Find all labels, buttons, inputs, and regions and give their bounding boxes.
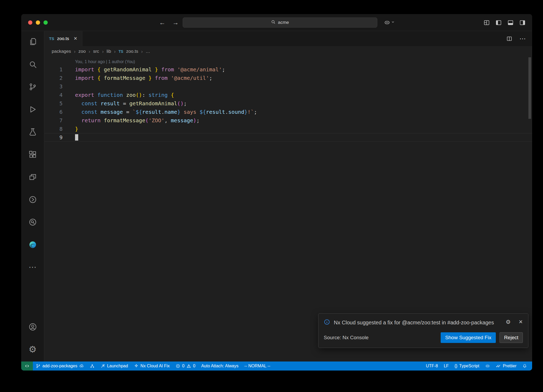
breadcrumb-item[interactable]: src: [93, 49, 99, 54]
show-suggested-fix-button[interactable]: Show Suggested Fix: [441, 332, 496, 343]
line-number[interactable]: 9: [44, 133, 63, 142]
code-text[interactable]: }: [63, 125, 78, 133]
remote-indicator[interactable]: [21, 361, 33, 371]
line-number[interactable]: 6: [44, 108, 63, 116]
line-number[interactable]: 1: [44, 65, 63, 74]
auto-attach-item[interactable]: Auto Attach: Always: [198, 361, 242, 371]
code-text[interactable]: [63, 133, 78, 142]
toggle-sidebar-right-icon[interactable]: [519, 19, 526, 26]
breadcrumb-item[interactable]: lib: [107, 49, 111, 54]
bell-icon: [522, 364, 527, 368]
close-window-button[interactable]: [28, 20, 32, 25]
error-count: 0: [182, 364, 185, 368]
notification-source: Source: Nx Console: [324, 335, 441, 341]
encoding-item[interactable]: UTF-8: [423, 361, 441, 371]
launchpad-item[interactable]: Launchpad: [98, 361, 131, 371]
language-mode-item[interactable]: {} TypeScript: [452, 361, 482, 371]
notifications-bell-item[interactable]: [519, 361, 530, 371]
vim-mode-item[interactable]: -- NORMAL --: [241, 361, 273, 371]
back-icon[interactable]: ←: [159, 19, 165, 26]
toggle-panel-icon[interactable]: [507, 19, 514, 26]
command-center-search[interactable]: acme: [183, 18, 377, 28]
git-branch-icon: [36, 364, 41, 368]
code-text[interactable]: return formatMessage('ZOO', message);: [63, 116, 200, 125]
testing-icon[interactable]: [26, 125, 39, 138]
line-number[interactable]: 8: [44, 125, 63, 133]
breadcrumb-file[interactable]: zoo.ts: [126, 49, 138, 54]
code-line[interactable]: 9: [44, 133, 532, 142]
launchpad-label: Launchpad: [107, 364, 128, 368]
copilot-status-item[interactable]: [482, 361, 493, 371]
code-lens-icon[interactable]: [26, 216, 39, 228]
customize-layout-icon[interactable]: [483, 19, 490, 26]
language-label: TypeScript: [459, 364, 479, 368]
nx-console-icon[interactable]: [26, 193, 39, 206]
search-view-icon[interactable]: [26, 58, 39, 71]
source-control-graph-item[interactable]: [87, 361, 98, 371]
notification-close-icon[interactable]: ✕: [519, 319, 523, 325]
explorer-icon[interactable]: [26, 35, 39, 48]
code-text[interactable]: import { getRandomAnimal } from '@acme/a…: [63, 65, 225, 74]
tab-zoo-ts[interactable]: TS zoo.ts ✕: [44, 31, 82, 46]
breadcrumb-separator-icon: ›: [114, 49, 116, 54]
warning-count: 0: [193, 364, 195, 368]
line-number[interactable]: 3: [44, 82, 63, 91]
prettier-item[interactable]: ✓✓ Prettier: [493, 361, 519, 371]
problems-item[interactable]: 0 0: [173, 361, 198, 371]
code-line[interactable]: 3: [44, 82, 532, 91]
breadcrumb-separator-icon: ›: [74, 49, 76, 54]
breadcrumb-item[interactable]: packages: [52, 49, 71, 54]
remote-explorer-icon[interactable]: [26, 171, 39, 183]
code-text[interactable]: import { formatMessage } from '@acme/uti…: [63, 74, 212, 82]
toggle-sidebar-left-icon[interactable]: [495, 19, 502, 26]
accounts-icon[interactable]: [26, 320, 39, 333]
git-blame-annotation: You, 1 hour ago | 1 author (You): [44, 58, 532, 65]
breadcrumb-item[interactable]: zoo: [78, 49, 86, 54]
code-text[interactable]: const result = getRandomAnimal();: [63, 99, 187, 108]
cursor: [75, 134, 78, 141]
minimize-window-button[interactable]: [36, 20, 40, 25]
line-number[interactable]: 4: [44, 91, 63, 99]
tab-close-icon[interactable]: ✕: [74, 36, 77, 41]
editor-group: TS zoo.ts ✕ ⋯ packages › zoo › src ›: [44, 31, 532, 361]
settings-gear-icon[interactable]: ⚙: [26, 343, 39, 356]
more-views-icon[interactable]: ⋯: [26, 261, 39, 273]
code-line[interactable]: 4export function zoo(): string {: [44, 91, 532, 99]
line-number[interactable]: 7: [44, 116, 63, 125]
code-line[interactable]: 6 const message = `${result.name} says $…: [44, 108, 532, 116]
source-control-icon[interactable]: [26, 80, 39, 93]
copilot-menu[interactable]: [384, 14, 395, 31]
line-number[interactable]: 2: [44, 74, 63, 82]
activity-bar: ⋯ ⚙: [21, 31, 44, 361]
tab-label: zoo.ts: [57, 36, 69, 41]
branch-status-item[interactable]: add-zoo-packages: [33, 361, 87, 371]
forward-icon[interactable]: →: [172, 19, 179, 26]
typescript-file-icon: TS: [49, 36, 54, 41]
notification-toast: Nx Cloud suggested a fix for @acme/zoo:t…: [318, 313, 528, 348]
scrollbar[interactable]: [528, 57, 531, 119]
code-line[interactable]: 7 return formatMessage('ZOO', message);: [44, 116, 532, 125]
edge-devtools-icon[interactable]: [26, 238, 39, 251]
zoom-window-button[interactable]: [43, 20, 48, 25]
code-text[interactable]: [63, 82, 75, 91]
notification-settings-gear-icon[interactable]: ⚙: [506, 319, 511, 325]
breadcrumb-separator-icon: ›: [102, 49, 104, 54]
code-text[interactable]: export function zoo(): string {: [63, 91, 174, 99]
eol-item[interactable]: LF: [441, 361, 452, 371]
tools-icon: [100, 364, 105, 368]
extensions-icon[interactable]: [26, 148, 39, 161]
editor-more-actions-icon[interactable]: ⋯: [519, 36, 526, 42]
code-line[interactable]: 8}: [44, 125, 532, 133]
typescript-file-icon: TS: [119, 49, 123, 54]
reject-button[interactable]: Reject: [500, 332, 523, 343]
code-line[interactable]: 2import { formatMessage } from '@acme/ut…: [44, 74, 532, 82]
split-editor-icon[interactable]: [506, 36, 513, 42]
line-number[interactable]: 5: [44, 99, 63, 108]
nx-cloud-ai-fix-item[interactable]: Nx Cloud AI Fix: [131, 361, 173, 371]
error-icon: [176, 364, 180, 368]
code-line[interactable]: 1import { getRandomAnimal } from '@acme/…: [44, 65, 532, 74]
run-debug-icon[interactable]: [26, 103, 39, 116]
code-text[interactable]: const message = `${result.name} says ${r…: [63, 108, 257, 116]
breadcrumb-overflow[interactable]: …: [146, 49, 150, 54]
code-line[interactable]: 5 const result = getRandomAnimal();: [44, 99, 532, 108]
